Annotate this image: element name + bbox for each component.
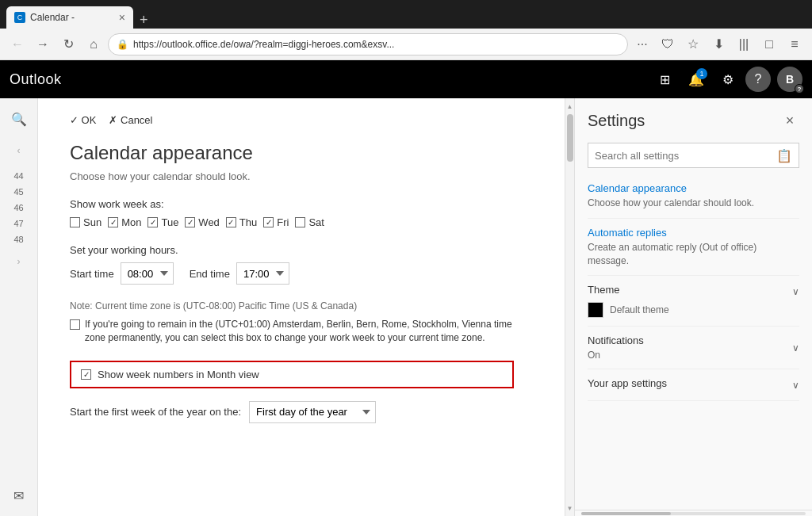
working-hours-section: Set your working hours. Start time 08:00… (70, 244, 514, 285)
refresh-button[interactable]: ↻ (57, 33, 79, 55)
settings-item-calendar-title: Calendar appearance (588, 182, 799, 194)
first-week-label: Start the first week of the year on the: (70, 406, 241, 418)
day-fri-checkbox[interactable] (263, 217, 274, 227)
day-sat-checkbox[interactable] (295, 217, 305, 227)
help-button[interactable]: ? (745, 67, 771, 92)
day-mon-checkbox[interactable] (108, 217, 118, 227)
start-time-select[interactable]: 08:00 (121, 262, 174, 285)
settings-scroll-track (581, 512, 806, 515)
day-sat: Sat (295, 216, 324, 228)
time-row: Start time 08:00 End time 17:00 (70, 262, 514, 285)
outlook-header: Outlook ⊞ 🔔 1 ⚙ ? B ? (0, 60, 812, 98)
shield-button[interactable]: 🛡 (657, 33, 679, 55)
settings-search-input[interactable] (595, 150, 772, 162)
tab-close-button[interactable]: × (119, 11, 125, 24)
settings-scroll-thumb[interactable] (581, 512, 671, 515)
settings-theme-section: Theme ∨ Default theme (588, 276, 799, 327)
day-sun-checkbox[interactable] (70, 217, 80, 227)
timezone-section: Note: Current time zone is (UTC-08:00) P… (70, 300, 514, 345)
scroll-down-button[interactable]: ▼ (565, 502, 575, 514)
scroll-thumb[interactable] (567, 114, 573, 162)
settings-theme-chevron[interactable]: ∨ (792, 286, 799, 297)
calendar-content: ✓ OK ✗ Cancel Calendar appearance Choose… (38, 98, 546, 452)
settings-search-icon: 📋 (776, 148, 792, 163)
week-num-47: 47 (13, 219, 23, 228)
reader-button[interactable]: □ (758, 33, 780, 55)
first-week-select[interactable]: First day of the year (249, 401, 376, 423)
app-settings-chevron[interactable]: ∨ (792, 380, 799, 391)
day-tue: Tue (147, 216, 178, 228)
notifications-button[interactable]: 🔔 1 (682, 65, 710, 94)
end-time-select[interactable]: 17:00 (236, 262, 289, 285)
forward-button[interactable]: → (32, 33, 54, 55)
end-time-label: End time (190, 268, 230, 280)
week-num-48: 48 (13, 235, 23, 244)
scroll-up-button[interactable]: ▲ (565, 100, 575, 113)
search-sidebar-icon[interactable]: 🔍 (5, 105, 33, 133)
avatar-button[interactable]: B ? (777, 67, 802, 92)
settings-notifications-left: Notifications On (588, 334, 644, 361)
work-week-label: Show work week as: (70, 198, 514, 210)
working-hours-label: Set your working hours. (70, 244, 514, 256)
nav-down-icon[interactable]: › (5, 247, 33, 276)
library-button[interactable]: ||| (733, 33, 755, 55)
week-numbers-checkbox[interactable] (81, 369, 91, 380)
mail-icon[interactable]: ✉ (5, 481, 33, 510)
more-options-button[interactable]: ··· (631, 33, 653, 55)
settings-app-row: Your app settings ∨ (588, 377, 799, 392)
settings-item-calendar[interactable]: Calendar appearance Choose how your cale… (588, 174, 799, 219)
day-mon: Mon (108, 216, 141, 228)
first-week-row: Start the first week of the year on the:… (70, 401, 514, 423)
week-numbers-label: Show week numbers in Month view (98, 369, 259, 380)
day-wed-checkbox[interactable] (185, 217, 195, 227)
settings-item-calendar-desc: Choose how your calendar should look. (588, 197, 799, 210)
settings-search-box[interactable]: 📋 (588, 143, 799, 168)
page-title: Calendar appearance (70, 142, 514, 164)
settings-item-autoreplies[interactable]: Automatic replies Create an automatic re… (588, 219, 799, 277)
week-num-44: 44 (13, 171, 23, 181)
bookmark-button[interactable]: ☆ (682, 33, 704, 55)
notifications-chevron[interactable]: ∨ (792, 342, 799, 354)
tab-title: Calendar - (30, 12, 114, 23)
url-text: https://outlook.office.de/owa/?realm=dig… (133, 39, 619, 50)
scroll-thumb-area (567, 113, 573, 502)
end-time-item: End time 17:00 (190, 262, 289, 285)
menu-button[interactable]: ≡ (783, 33, 806, 55)
header-icons: ⊞ 🔔 1 ⚙ ? B ? (650, 65, 802, 94)
day-thu: Thu (226, 216, 257, 228)
home-button[interactable]: ⌂ (82, 33, 105, 55)
grid-button[interactable]: ⊞ (650, 65, 679, 94)
tab-bar: C Calendar - × + (0, 0, 812, 29)
browser-chrome: C Calendar - × + ← → ↻ ⌂ 🔒 https://outlo… (0, 0, 812, 60)
day-thu-label: Thu (239, 216, 257, 228)
settings-close-button[interactable]: × (780, 111, 799, 130)
day-fri: Fri (263, 216, 289, 228)
day-tue-label: Tue (161, 216, 178, 228)
new-tab-button[interactable]: + (133, 12, 155, 29)
theme-value-text: Default theme (610, 304, 669, 315)
settings-panel: Settings × 📋 Calendar appearance Choose … (574, 98, 812, 516)
vertical-scrollbar[interactable]: ▲ ▼ (565, 98, 574, 516)
week-num-45: 45 (13, 187, 23, 197)
address-bar[interactable]: 🔒 https://outlook.office.de/owa/?realm=d… (108, 33, 628, 55)
active-tab[interactable]: C Calendar - × (6, 6, 133, 29)
timezone-checkbox-row: If you're going to remain in the (UTC+01… (70, 318, 514, 345)
settings-app-settings-section[interactable]: Your app settings ∨ (588, 369, 799, 401)
theme-value-row: Default theme (588, 302, 799, 318)
day-thu-checkbox[interactable] (226, 217, 236, 227)
outlook-logo: Outlook (10, 71, 650, 88)
settings-button[interactable]: ⚙ (714, 65, 742, 94)
day-tue-checkbox[interactable] (147, 217, 158, 227)
settings-notifications-row[interactable]: Notifications On ∨ (588, 334, 799, 361)
download-button[interactable]: ⬇ (707, 33, 730, 55)
day-wed-label: Wed (198, 216, 220, 228)
settings-scrollbar (575, 510, 812, 516)
back-button[interactable]: ← (6, 33, 29, 55)
content-with-scrollbar: ✓ OK ✗ Cancel Calendar appearance Choose… (38, 98, 574, 516)
timezone-checkbox[interactable] (70, 319, 80, 330)
cancel-button[interactable]: ✗ Cancel (109, 114, 152, 126)
day-sun: Sun (70, 216, 102, 228)
nav-up-icon[interactable]: ‹ (5, 136, 33, 165)
ok-button[interactable]: ✓ OK (70, 114, 96, 126)
theme-color-swatch (588, 302, 603, 318)
